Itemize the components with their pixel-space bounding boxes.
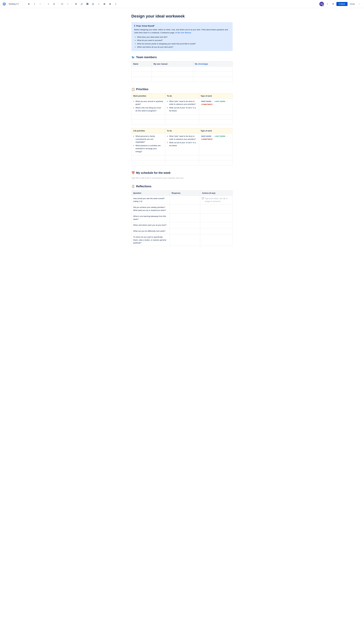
team-cell[interactable] <box>152 77 193 82</box>
commitment-tag: COMMITMENT <box>201 103 213 106</box>
team-section-title: 🐦 Team members <box>131 56 233 59</box>
priorities-title-text: Priorities <box>136 88 148 91</box>
close-button[interactable]: Close <box>349 2 356 6</box>
layout-button[interactable]: ⊟ <box>108 2 112 6</box>
more-options-button[interactable]: ··· <box>357 2 362 6</box>
refl-action-1[interactable]: Type your action, use '@' to assign to s… <box>200 196 233 205</box>
add-collaborator-button[interactable]: + <box>325 2 330 6</box>
life-cell[interactable] <box>199 155 233 160</box>
refl-response-4[interactable] <box>170 222 200 228</box>
ordered-list-button[interactable]: ⋮ <box>66 2 70 6</box>
work-cell[interactable] <box>165 119 199 125</box>
share-button[interactable]: ⬆ <box>331 2 335 6</box>
bullet-list-button[interactable]: ≔ <box>60 2 65 6</box>
team-cell[interactable] <box>193 66 232 72</box>
team-cell[interactable] <box>132 77 152 82</box>
priorities-section: 📋 Priorities Work priorities To do Type … <box>131 88 233 165</box>
more-formatting-button[interactable]: ··· <box>38 2 43 6</box>
info-bullet-3: What are tension points in designing you… <box>137 42 230 45</box>
team-col-chrono: My chronotype <box>193 61 232 66</box>
table-row: What are your annual or quarterly goals?… <box>132 98 233 114</box>
tag-separator: / <box>213 135 213 137</box>
life-cell[interactable] <box>165 155 199 160</box>
priorities-emoji: 📋 <box>131 88 135 91</box>
refl-response-5[interactable] <box>170 228 200 234</box>
italic-button[interactable]: I <box>32 2 37 6</box>
avatar-status-badge <box>322 5 324 6</box>
tag-separator: / <box>213 100 213 102</box>
refl-action-5[interactable] <box>200 228 233 234</box>
refl-response-1[interactable] <box>170 196 200 205</box>
heading-selector[interactable]: Heading 2 ▾ <box>7 2 23 6</box>
task-button[interactable]: ☑ <box>74 2 78 6</box>
work-cell[interactable] <box>199 119 233 125</box>
refl-question-5: What can you do differently next week? <box>132 228 170 234</box>
table-button[interactable]: ⊞ <box>102 2 107 6</box>
life-type-cell[interactable]: DEEP WORK / LIGHT WORK / COMMITMENT <box>199 133 233 155</box>
team-cell[interactable] <box>152 72 193 77</box>
light-work-tag: LIGHT WORK <box>214 100 226 103</box>
life-todo-cell[interactable]: What "jobs" need to be done in order to … <box>165 133 199 155</box>
refl-response-6[interactable] <box>170 234 200 246</box>
action-cell: Type your action, use '@' to assign to s… <box>202 197 231 203</box>
avatar-initials: CK <box>320 3 323 5</box>
life-col-todo: To do <box>165 128 199 133</box>
table-row: When and where were you at your best? <box>132 222 233 228</box>
refl-response-3[interactable] <box>170 213 200 222</box>
refl-action-2[interactable] <box>200 205 233 214</box>
work-cell[interactable] <box>165 114 199 119</box>
table-row <box>132 66 233 72</box>
info-box-bullets: What does your ideal week look like? Wha… <box>134 35 230 49</box>
table-row <box>132 160 233 165</box>
life-cell[interactable] <box>165 160 199 165</box>
refl-col-actions: Actions (if any) <box>200 190 233 196</box>
refl-question-3: What is one learning takeaway from this … <box>132 213 170 222</box>
team-cell[interactable] <box>132 66 152 72</box>
link-button[interactable]: 🔗 <box>79 2 84 6</box>
app-logo <box>2 2 6 6</box>
text-color-button[interactable]: A <box>52 2 56 6</box>
publish-button[interactable]: Publish <box>336 2 348 6</box>
align-button[interactable]: ≡ <box>46 2 51 6</box>
work-cell[interactable] <box>199 114 233 119</box>
work-type-cell[interactable]: DEEP WORK / LIGHT WORK / COMMITMENT <box>199 98 233 114</box>
refl-question-4: When and where were you at your best? <box>132 222 170 228</box>
table-row: What can you do differently next week? <box>132 228 233 234</box>
emoji-button[interactable]: ☺ <box>96 2 101 6</box>
refl-action-4[interactable] <box>200 222 233 228</box>
mention-button[interactable]: @ <box>91 2 95 6</box>
bold-button[interactable]: B <box>27 2 31 6</box>
team-section: 🐦 Team members Name My user manual My ch… <box>131 56 233 82</box>
team-cell[interactable] <box>132 72 152 77</box>
insert-more-button[interactable]: + <box>113 2 118 6</box>
team-cell[interactable] <box>152 66 193 72</box>
work-priorities-header-row: Work priorities To do Type of work <box>132 93 233 98</box>
list-item: What passions or activities are essentia… <box>136 144 163 153</box>
work-cell[interactable] <box>132 119 165 125</box>
refl-action-6[interactable] <box>200 234 233 246</box>
user-avatar[interactable]: CK <box>319 2 324 6</box>
life-cell[interactable] <box>199 160 233 165</box>
refl-action-3[interactable] <box>200 213 233 222</box>
life-cell[interactable] <box>132 160 165 165</box>
life-priorities-cell[interactable]: What personal or family commitments are … <box>132 133 165 155</box>
info-bullet-4: When and where do you do your best work? <box>137 45 230 49</box>
table-row: What is one learning takeaway from this … <box>132 213 233 222</box>
work-todo-cell[interactable]: What "jobs" need to be done in order to … <box>165 98 199 114</box>
page-title[interactable]: Design your ideal workweek <box>131 14 233 19</box>
image-button[interactable]: 🖼 <box>85 2 90 6</box>
table-row: To whom do you want to specifically than… <box>132 234 233 246</box>
team-emoji: 🐦 <box>131 56 135 59</box>
user-manual-link[interactable]: My User Manual <box>177 32 191 34</box>
team-cell[interactable] <box>193 72 232 77</box>
refl-col-question: Question <box>132 190 170 196</box>
life-cell[interactable] <box>132 155 165 160</box>
team-cell[interactable] <box>193 77 232 82</box>
refl-response-2[interactable] <box>170 205 200 214</box>
list-item: Write out all of your "to do's" in a lis… <box>169 106 197 112</box>
action-checkbox[interactable] <box>202 197 204 199</box>
work-cell[interactable] <box>132 114 165 119</box>
work-priorities-cell[interactable]: What are your annual or quarterly goals?… <box>132 98 165 114</box>
schedule-section: 📅 My schedule for the week Type /file to… <box>131 171 233 179</box>
table-row <box>132 119 233 125</box>
